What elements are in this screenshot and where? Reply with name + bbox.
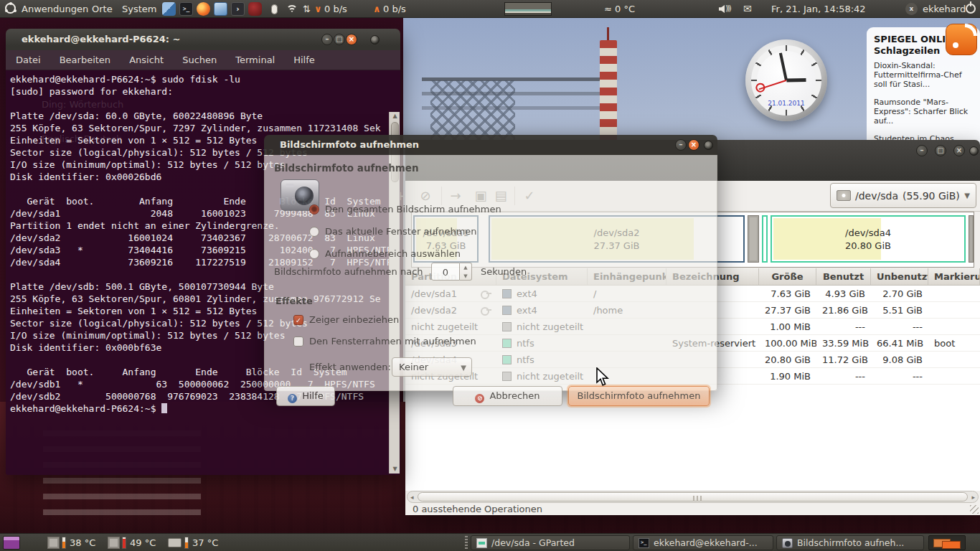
- effects-heading: Effekte: [275, 296, 313, 306]
- device-dropdown[interactable]: /dev/sda (55.90 GiB) ▼: [830, 183, 976, 208]
- virtualbox-launcher-icon[interactable]: [162, 2, 176, 16]
- terminal-cursor: [161, 403, 167, 413]
- dialog-title: Bildschirmfoto aufnehmen: [280, 139, 419, 150]
- radio-icon[interactable]: [309, 227, 319, 237]
- device-name: /dev/sda: [855, 190, 898, 202]
- delay-input[interactable]: 0: [431, 263, 460, 281]
- menu-terminal[interactable]: Terminal: [235, 55, 275, 65]
- cpu-temp: 38 °C: [70, 534, 95, 551]
- red-app-launcher-icon[interactable]: [248, 2, 262, 16]
- radio-select-area[interactable]: Aufnahmebereich auswählen: [325, 248, 461, 260]
- minimize-icon[interactable]: –: [321, 34, 333, 45]
- menu-hilfe[interactable]: Hilfe: [293, 55, 315, 65]
- task-terminal[interactable]: ekkehard@ekkehard-...: [633, 535, 773, 550]
- weather-temperature[interactable]: ≈ 0 °C: [604, 0, 635, 18]
- checkbox-icon[interactable]: [293, 336, 303, 347]
- minimize-icon[interactable]: –: [916, 145, 928, 156]
- firefox-launcher-icon[interactable]: [197, 2, 210, 16]
- partition-sda3[interactable]: [762, 215, 768, 263]
- radio-icon[interactable]: [309, 249, 319, 259]
- wifi-icon[interactable]: [286, 4, 298, 14]
- scroll-right-icon[interactable]: ▸: [971, 492, 975, 502]
- partition-unallocated[interactable]: [969, 215, 974, 263]
- image-viewer-launcher-icon[interactable]: [214, 2, 227, 16]
- spinner-buttons[interactable]: ▲▼: [460, 263, 472, 281]
- maximize-icon[interactable]: □: [935, 145, 946, 156]
- show-desktop-icon[interactable]: [3, 536, 20, 550]
- terminal-launcher-icon[interactable]: >_: [179, 2, 193, 16]
- dialog-heading: Bildschirmfoto aufnehmen: [274, 162, 419, 174]
- dialog-titlebar[interactable]: Bildschirmfoto aufnehmen – ×: [264, 135, 717, 155]
- power-icon[interactable]: [966, 4, 976, 14]
- file-manager-launcher-icon[interactable]: ›: [231, 2, 245, 16]
- cancel-icon: ⊘: [475, 394, 484, 403]
- volume-icon[interactable]: [719, 5, 725, 13]
- terminal-titlebar[interactable]: ekkehard@ekkehard-P6624: ~ – □ ×: [6, 29, 400, 50]
- close-icon[interactable]: ×: [688, 139, 699, 151]
- close-icon[interactable]: ×: [953, 145, 965, 156]
- menu-ansicht[interactable]: Ansicht: [129, 55, 164, 65]
- help-icon: ?: [288, 394, 297, 403]
- camera-icon: [782, 538, 793, 548]
- cancel-button[interactable]: ⊘Abbrechen: [453, 386, 562, 406]
- terminal-menubar: Datei Bearbeiten Ansicht Suchen Terminal…: [6, 50, 400, 70]
- effect-dropdown[interactable]: Keiner ▼: [392, 357, 472, 377]
- scroll-up-icon[interactable]: ▲: [390, 112, 400, 121]
- menu-datei[interactable]: Datei: [16, 55, 41, 65]
- delay-label: Bildschirmfoto aufnehmen nach: [274, 266, 423, 277]
- checkbox-window-border[interactable]: Den Fensterrahmen mit aufnehmen: [309, 336, 476, 347]
- desktop: SPIEGEL ONLINE - Schlagzeilen Dioxin-Ska…: [0, 0, 980, 551]
- me-menu-icon[interactable]: x: [905, 3, 918, 15]
- maximize-icon[interactable]: □: [334, 34, 345, 45]
- effect-label: Effekt anwenden:: [309, 362, 391, 372]
- menu-suchen[interactable]: Suchen: [182, 55, 217, 65]
- user-name[interactable]: ekkehard: [923, 0, 966, 18]
- webcam-thumbnail[interactable]: [504, 2, 552, 16]
- mail-icon[interactable]: ✉: [743, 0, 752, 18]
- clock-second-hand: [759, 80, 787, 90]
- mouse-cursor: [595, 367, 610, 390]
- disk-temp: 37 °C: [192, 534, 218, 551]
- window-knob-icon: [704, 141, 713, 150]
- effect-row: Effekt anwenden: Keiner ▼: [309, 357, 391, 377]
- task-screenshot[interactable]: Bildschirmfoto aufneh...: [776, 535, 924, 550]
- menu-system[interactable]: System: [122, 0, 156, 18]
- scroll-down-icon[interactable]: ▼: [390, 465, 400, 474]
- scrollbar-thumb[interactable]: [418, 492, 968, 501]
- close-icon[interactable]: ×: [346, 34, 357, 45]
- menu-bearbeiten[interactable]: Bearbeiten: [60, 55, 110, 65]
- radio-selected-icon[interactable]: [309, 204, 319, 215]
- ubuntu-logo-icon[interactable]: [5, 3, 16, 14]
- resize-grip[interactable]: [970, 505, 979, 514]
- radio-full-screen[interactable]: Den gesamten Bildschirm aufnehmen: [325, 204, 501, 215]
- workspace-switcher[interactable]: [928, 535, 966, 550]
- minimize-icon[interactable]: –: [675, 139, 687, 151]
- horizontal-scrollbar[interactable]: ◂ ▸: [407, 491, 979, 503]
- task-gparted[interactable]: /dev/sda - GParted: [471, 535, 630, 550]
- menu-anwendungen[interactable]: Anwendungen: [22, 0, 88, 18]
- panel-clock[interactable]: Fr, 21. Jan, 14:58:42: [771, 0, 866, 18]
- analog-clock-widget[interactable]: 21.01.2011: [745, 39, 827, 121]
- checkbox-checked-icon[interactable]: ✓: [293, 315, 303, 325]
- temp-bar-icon: [62, 537, 66, 549]
- help-button[interactable]: ?Hilfe: [276, 386, 335, 406]
- partition-sda4[interactable]: /dev/sda420.80 GiB: [771, 215, 966, 263]
- news-item[interactable]: Dioxin-Skandal: Futtermittelfirma-Chef s…: [874, 61, 973, 89]
- volume-waves-icon: ))): [725, 4, 730, 13]
- checkbox-include-pointer[interactable]: ✓ Zeiger einbeziehen: [309, 314, 399, 326]
- upload-caret-icon: ∧: [373, 0, 381, 18]
- tasklist-handle[interactable]: [465, 536, 468, 550]
- scroll-left-icon[interactable]: ◂: [410, 492, 414, 502]
- harddisk-icon: [837, 190, 851, 201]
- disk-sensor-icon: [168, 538, 182, 547]
- partition-unallocated[interactable]: [748, 215, 759, 263]
- clock-hour-hand: [786, 78, 806, 82]
- mouse-indicator-icon[interactable]: [271, 4, 278, 14]
- radio-current-window[interactable]: Das aktuelle Fenster aufnehmen: [325, 226, 477, 237]
- download-caret-icon: ∨: [314, 0, 322, 18]
- capture-button[interactable]: Bildschirmfoto aufnehmen: [568, 386, 710, 406]
- menu-orte[interactable]: Orte: [92, 0, 113, 18]
- news-item[interactable]: Raumsonde "Mars-Express": Scharfer Blick…: [874, 98, 973, 126]
- terminal-title: ekkehard@ekkehard-P6624: ~: [22, 34, 180, 44]
- screenshot-dialog[interactable]: Bildschirmfoto aufnehmen – × Bildschirmf…: [264, 135, 717, 391]
